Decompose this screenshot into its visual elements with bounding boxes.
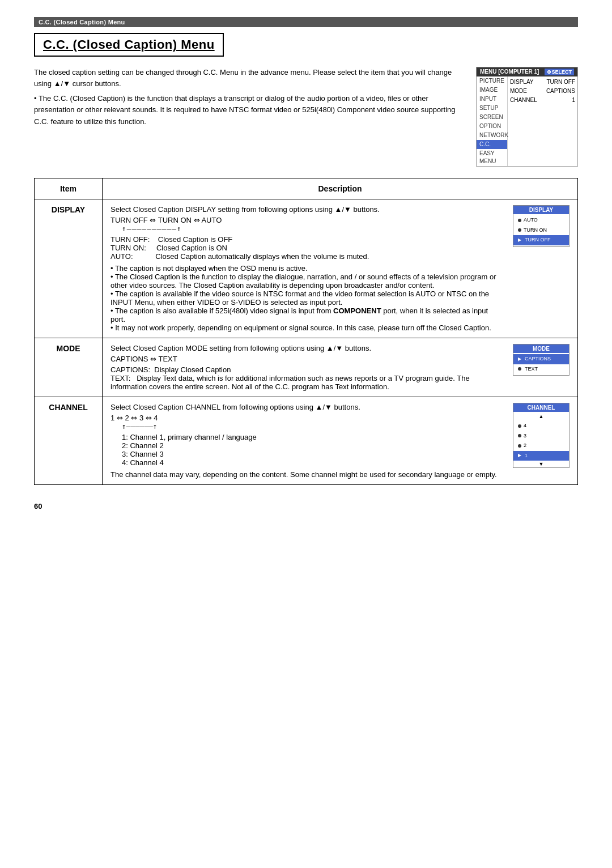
desc-mode-inner: Select Closed Caption MODE setting from … xyxy=(110,344,570,391)
page-title: C.C. (Closed Caption) Menu xyxy=(34,33,224,57)
desc-display-inner: Select Closed Caption DISPLAY setting fr… xyxy=(110,205,570,332)
desc-display-bullet2: • The Closed Caption is the function to … xyxy=(110,273,504,290)
breadcrumb: C.C. (Closed Caption) Menu xyxy=(34,17,578,27)
osd-widget-mode-captions: ▶ CAPTIONS xyxy=(513,354,569,364)
desc-channel-title: Select Closed Caption CHANNEL from follo… xyxy=(110,403,504,411)
desc-display-auto: AUTO: Closed Caption automatically displ… xyxy=(110,252,504,261)
osd-item-input: INPUT xyxy=(477,95,507,104)
osd-widget-display-title: DISPLAY xyxy=(513,206,569,214)
dot-ch2 xyxy=(518,444,521,448)
osd-widget-display: DISPLAY AUTO TURN ON ▶ xyxy=(513,205,570,247)
osd-widget-channel-3: 3 xyxy=(513,431,569,441)
desc-mode-title: Select Closed Caption MODE setting from … xyxy=(110,344,504,352)
col-header-item: Item xyxy=(35,178,103,199)
osd-item-network: NETWORK xyxy=(477,131,507,140)
desc-display-bullet4: • The caption is also available if 525i(… xyxy=(110,307,504,324)
desc-display-cycle: TURN OFF ⇔ TURN ON ⇔ AUTO xyxy=(110,216,504,224)
osd-right-channel: CHANNEL 1 xyxy=(510,96,575,105)
item-label-display: DISPLAY xyxy=(35,199,103,338)
osd-widget-channel: CHANNEL ▲ 4 3 xyxy=(513,403,570,468)
desc-display-bullet5: • It may not work properly, depending on… xyxy=(110,324,504,332)
dot-ch4 xyxy=(518,424,521,428)
desc-channel-text: Select Closed Caption CHANNEL from follo… xyxy=(110,403,504,479)
channel-down-arrow: ▼ xyxy=(513,461,569,467)
osd-body: PICTURE IMAGE INPUT SETUP SCREEN OPTION … xyxy=(477,76,577,166)
table-row-mode: MODE Select Closed Caption MODE setting … xyxy=(35,338,578,397)
osd-widget-display-turnoff: ▶ TURN OFF xyxy=(513,235,569,245)
osd-widget-display-turnon: TURN ON xyxy=(513,225,569,236)
col-header-description: Description xyxy=(103,178,578,199)
osd-menu-mockup: MENU [COMPUTER 1] ⊕SELECT PICTURE IMAGE … xyxy=(476,67,578,167)
desc-display-bullet1: • The caption is not displayed when the … xyxy=(110,264,504,273)
selected-icon-display: ▶ xyxy=(518,237,521,244)
osd-item-screen: SCREEN xyxy=(477,113,507,122)
dot-auto xyxy=(518,219,521,222)
desc-mode-text-item: TEXT: Display Text data, which is for ad… xyxy=(110,374,504,391)
desc-mode-text: Select Closed Caption MODE setting from … xyxy=(110,344,504,391)
desc-display: Select Closed Caption DISPLAY setting fr… xyxy=(103,199,578,338)
selected-icon-channel: ▶ xyxy=(518,452,521,459)
desc-display-bullet3: • The caption is available if the video … xyxy=(110,290,504,307)
intro-para1: The closed caption setting can be change… xyxy=(34,67,465,90)
desc-display-arrow: ↑——————————↑ xyxy=(122,224,504,233)
osd-header: MENU [COMPUTER 1] ⊕SELECT xyxy=(477,67,577,76)
desc-channel-2: 2: Channel 2 xyxy=(122,441,504,450)
osd-widget-channel-2: 2 xyxy=(513,441,569,451)
osd-widget-display-auto: AUTO xyxy=(513,215,569,225)
desc-mode-captions: CAPTIONS: Display Closed Caption xyxy=(110,365,504,374)
osd-right-col: DISPLAY TURN OFF MODE CAPTIONS CHANNEL 1 xyxy=(508,76,577,166)
desc-mode-cycle: CAPTIONS ⇔ TEXT xyxy=(110,355,504,363)
osd-widget-mode-title: MODE xyxy=(513,344,569,353)
desc-channel-3: 3: Channel 3 xyxy=(122,450,504,458)
item-label-mode: MODE xyxy=(35,338,103,397)
osd-widget-channel-title: CHANNEL xyxy=(513,403,569,412)
table-row-display: DISPLAY Select Closed Caption DISPLAY se… xyxy=(35,199,578,338)
selected-icon-mode: ▶ xyxy=(518,356,521,363)
desc-mode: Select Closed Caption MODE setting from … xyxy=(103,338,578,397)
item-label-channel: CHANNEL xyxy=(35,397,103,485)
desc-channel-4: 4: Channel 4 xyxy=(122,458,504,467)
osd-widget-mode-text: TEXT xyxy=(513,364,569,375)
osd-widget-mode: MODE ▶ CAPTIONS TEXT xyxy=(513,344,570,376)
desc-channel: Select Closed Caption CHANNEL from follo… xyxy=(103,397,578,485)
osd-item-image: IMAGE xyxy=(477,86,507,95)
desc-channel-footer: The channel data may vary, depending on … xyxy=(110,470,504,479)
osd-right-display: DISPLAY TURN OFF xyxy=(510,78,575,87)
osd-right-mode: MODE CAPTIONS xyxy=(510,87,575,96)
osd-item-picture: PICTURE xyxy=(477,76,507,86)
desc-channel-arrow: ↑——————↑ xyxy=(122,422,504,431)
osd-item-easymenu: EASY MENU xyxy=(477,149,507,166)
desc-channel-cycle: 1 ⇔ 2 ⇔ 3 ⇔ 4 xyxy=(110,414,504,422)
desc-channel-1: 1: Channel 1, primary channel / language xyxy=(122,433,504,441)
osd-item-option: OPTION xyxy=(477,122,507,131)
desc-display-text: Select Closed Caption DISPLAY setting fr… xyxy=(110,205,504,332)
osd-left-col: PICTURE IMAGE INPUT SETUP SCREEN OPTION … xyxy=(477,76,508,166)
channel-up-arrow: ▲ xyxy=(513,413,569,420)
dot-text xyxy=(518,367,521,371)
intro-text: The closed caption setting can be change… xyxy=(34,67,465,167)
osd-widget-channel-4: 4 xyxy=(513,421,569,431)
osd-item-cc: C.C. xyxy=(477,140,507,149)
desc-display-title: Select Closed Caption DISPLAY setting fr… xyxy=(110,205,504,214)
desc-display-on: TURN ON: Closed Caption is ON xyxy=(110,244,504,252)
dot-turnon xyxy=(518,228,521,232)
page-number: 60 xyxy=(34,502,578,510)
intro-para2: • The C.C. (Closed Caption) is the funct… xyxy=(34,93,465,127)
osd-item-setup: SETUP xyxy=(477,104,507,113)
dot-ch3 xyxy=(518,434,521,437)
desc-display-off: TURN OFF: Closed Caption is OFF xyxy=(110,235,504,244)
intro-section: The closed caption setting can be change… xyxy=(34,67,578,167)
desc-channel-inner: Select Closed Caption CHANNEL from follo… xyxy=(110,403,570,479)
osd-widget-channel-1: ▶ 1 xyxy=(513,451,569,461)
main-table: Item Description DISPLAY Select Closed C… xyxy=(34,178,578,485)
table-row-channel: CHANNEL Select Closed Caption CHANNEL fr… xyxy=(35,397,578,485)
